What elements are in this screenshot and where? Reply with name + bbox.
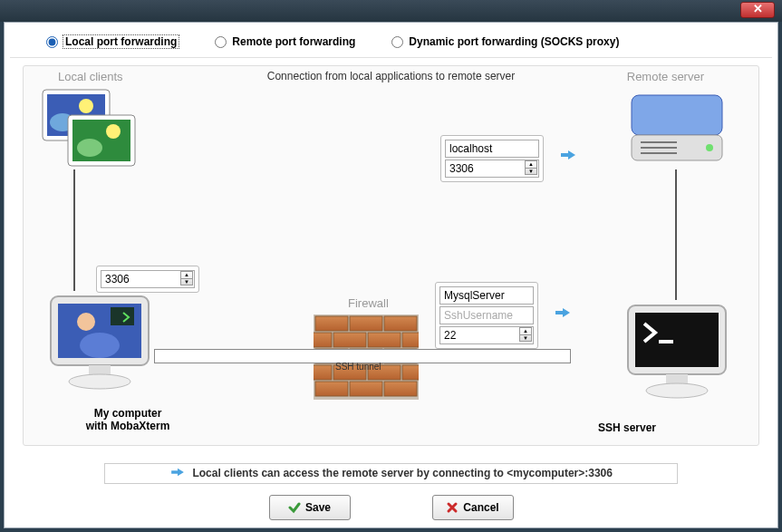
local-clients-label: Local clients	[58, 70, 123, 83]
svg-marker-49	[563, 308, 570, 317]
svg-rect-37	[350, 382, 382, 396]
ssh-server-label: SSH server	[567, 421, 687, 434]
svg-point-18	[80, 333, 120, 358]
local-port-group: ▲▼	[96, 266, 199, 293]
title-bar: ✕	[0, 0, 782, 22]
svg-rect-46	[561, 153, 569, 157]
arrow-right-hint-icon	[169, 467, 186, 480]
dialog-window: Local port forwarding Remote port forwar…	[4, 22, 778, 528]
ssh-server-group: ▲▼	[435, 282, 538, 349]
svg-point-43	[646, 383, 708, 398]
check-icon	[288, 501, 301, 514]
save-button[interactable]: Save	[269, 495, 351, 520]
dialog-buttons: Save Cancel	[5, 495, 777, 520]
hint-text: Local clients can access the remote serv…	[192, 467, 613, 479]
svg-rect-38	[384, 382, 417, 396]
svg-rect-22	[315, 316, 348, 331]
x-icon	[446, 501, 459, 514]
line-remote	[675, 169, 677, 300]
svg-rect-35	[402, 365, 419, 380]
svg-rect-25	[314, 333, 332, 347]
diagram-caption: Connection from local applications to re…	[267, 70, 515, 82]
svg-point-7	[106, 124, 121, 139]
ssh-port-spinner[interactable]: ▲▼	[519, 327, 532, 342]
svg-rect-48	[555, 311, 564, 314]
remote-server-label: Remote server	[627, 70, 704, 83]
forwarding-type-radios: Local port forwarding Remote port forwar…	[10, 23, 772, 58]
close-button[interactable]: ✕	[740, 2, 775, 18]
svg-rect-28	[402, 333, 419, 347]
arrow-right-ssh-icon	[553, 305, 573, 320]
radio-local-label: Local port forwarding	[63, 35, 179, 48]
svg-point-3	[79, 99, 93, 113]
svg-rect-27	[368, 333, 401, 347]
my-computer-label: My computer with MobaXterm	[73, 407, 182, 432]
svg-rect-8	[632, 95, 722, 135]
remote-port-spinner[interactable]: ▲▼	[525, 160, 537, 175]
remote-server-group: ▲▼	[440, 135, 544, 182]
svg-rect-17	[111, 307, 134, 325]
remote-host-input[interactable]	[445, 140, 539, 158]
svg-point-6	[77, 139, 102, 157]
cancel-button[interactable]: Cancel	[432, 495, 514, 520]
radio-remote-label: Remote port forwarding	[232, 35, 355, 48]
hint-bar: Local clients can access the remote serv…	[104, 463, 678, 484]
svg-marker-51	[178, 469, 184, 477]
local-clients-icon	[37, 88, 137, 169]
svg-point-13	[706, 144, 713, 151]
ssh-server-icon	[623, 300, 731, 409]
ssh-server-input[interactable]	[439, 286, 534, 305]
svg-rect-50	[171, 470, 179, 473]
svg-rect-36	[315, 382, 348, 396]
svg-rect-23	[350, 316, 382, 331]
svg-rect-32	[314, 365, 332, 380]
svg-point-20	[69, 374, 130, 389]
ssh-tunnel-label: SSH tunnel	[335, 362, 381, 372]
svg-rect-5	[72, 120, 130, 161]
ssh-username-input[interactable]	[439, 306, 534, 324]
radio-dynamic-label: Dynamic port forwarding (SOCKS proxy)	[409, 35, 619, 48]
my-computer-icon	[45, 291, 154, 400]
svg-marker-47	[568, 150, 575, 160]
svg-point-16	[77, 313, 95, 331]
radio-local-forwarding[interactable]: Local port forwarding	[46, 35, 179, 48]
local-port-spinner[interactable]: ▲▼	[180, 271, 193, 285]
svg-rect-26	[333, 333, 366, 347]
svg-rect-24	[384, 316, 417, 331]
radio-dynamic-forwarding[interactable]: Dynamic port forwarding (SOCKS proxy)	[391, 35, 619, 48]
line-local	[73, 169, 75, 291]
tunnel-diagram: Connection from local applications to re…	[23, 65, 759, 446]
radio-remote-forwarding[interactable]: Remote port forwarding	[215, 35, 355, 48]
arrow-right-remote-icon	[558, 148, 578, 162]
firewall-label: Firewall	[348, 296, 389, 310]
remote-server-icon	[623, 88, 731, 169]
